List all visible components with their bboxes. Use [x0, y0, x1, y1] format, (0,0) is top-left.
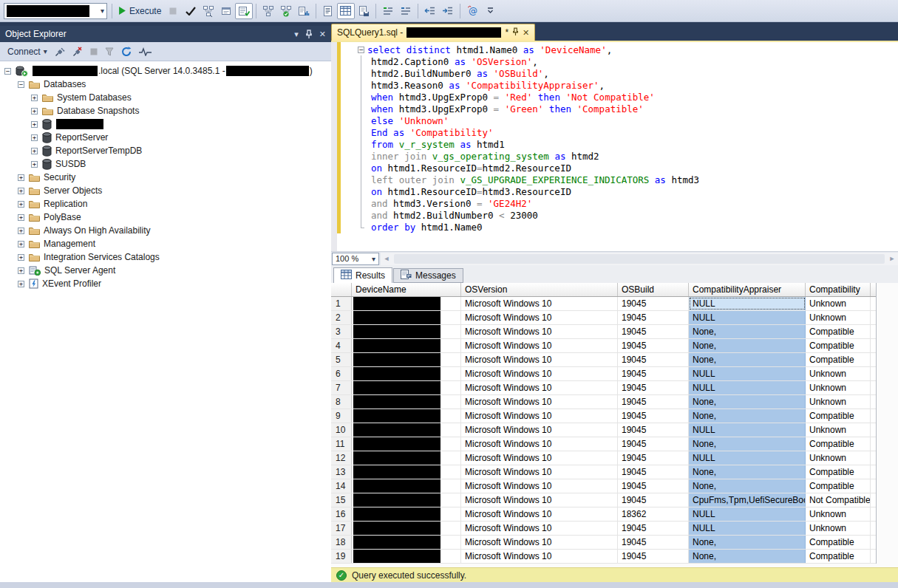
tree-item[interactable]: −.local (SQL Server 14.0.3485.1 - ) [0, 64, 331, 78]
cell-osversion[interactable]: Microsoft Windows 10 [461, 437, 618, 451]
include-actual-plan-button[interactable] [259, 3, 277, 19]
expand-icon[interactable]: + [31, 121, 38, 128]
cell-compatibility[interactable]: Compatible [806, 550, 871, 563]
parse-query-button[interactable] [182, 3, 200, 19]
cell-osbuild[interactable]: 19045 [618, 367, 689, 380]
expand-icon[interactable]: + [31, 134, 38, 141]
cell-devicename-redacted[interactable] [352, 536, 461, 549]
scrollbar-thumb[interactable] [394, 254, 885, 264]
cell-devicename-redacted[interactable] [352, 297, 461, 310]
tree-item[interactable]: +SUSDB [0, 157, 331, 171]
database-selector-combo[interactable]: ▾ [4, 3, 107, 19]
intellisense-toggle[interactable] [235, 3, 253, 19]
row-number[interactable]: 2 [331, 311, 352, 324]
expand-icon[interactable]: + [18, 174, 24, 181]
cell-compatibilityappraiser[interactable]: NULL [689, 311, 806, 324]
cell-compatibilityappraiser[interactable]: None, [689, 465, 806, 479]
column-header-osbuild[interactable]: OSBuild [618, 283, 689, 296]
cell-devicename-redacted[interactable] [352, 395, 461, 408]
code-line[interactable]: when htmd3.UpgExProp0 = 'Green' then 'Co… [358, 103, 898, 115]
cell-devicename-redacted[interactable] [352, 550, 461, 563]
cell-devicename-redacted[interactable] [352, 325, 461, 338]
cell-osversion[interactable]: Microsoft Windows 10 [461, 522, 618, 535]
cell-devicename-redacted[interactable] [352, 367, 461, 380]
cell-compatibility[interactable]: Unknown [806, 423, 871, 437]
code-line[interactable]: −select distinct htmd1.Name0 as 'DeviceN… [358, 44, 898, 56]
sql-code[interactable]: −select distinct htmd1.Name0 as 'DeviceN… [341, 42, 898, 251]
horizontal-scrollbar[interactable]: ◄ ► [381, 253, 898, 265]
code-line[interactable]: on htmd1.ResourceID=htmd3.ResourceID [358, 186, 898, 198]
close-icon[interactable]: ✕ [523, 28, 529, 38]
cell-osversion[interactable]: Microsoft Windows 10 [461, 381, 618, 394]
cell-osversion[interactable]: Microsoft Windows 10 [461, 423, 618, 437]
code-line[interactable]: left outer join v_GS_UPGRADE_EXPERIENCE_… [358, 174, 898, 186]
template-parameters-button[interactable]: @ [463, 3, 481, 19]
tree-item[interactable]: +SQL Server Agent [0, 264, 331, 277]
row-number[interactable]: 17 [331, 522, 352, 535]
activity-monitor-button[interactable] [136, 44, 154, 59]
connect-plug-button[interactable] [52, 44, 68, 59]
cell-compatibilityappraiser[interactable]: NULL [689, 507, 806, 521]
cell-osbuild[interactable]: 19045 [618, 311, 689, 324]
collapse-icon[interactable]: − [4, 68, 11, 75]
cell-compatibilityappraiser[interactable]: None, [689, 339, 806, 352]
cell-osversion[interactable]: Microsoft Windows 10 [461, 395, 618, 408]
results-to-text-button[interactable] [319, 3, 337, 19]
column-header-compatibility[interactable]: Compatibility [806, 283, 871, 296]
cell-devicename-redacted[interactable] [352, 507, 461, 521]
cell-devicename-redacted[interactable] [352, 409, 461, 423]
tree-item[interactable]: +PolyBase [0, 211, 331, 224]
tree-item[interactable]: +Management [0, 237, 331, 250]
row-number[interactable]: 7 [331, 381, 352, 394]
cell-osversion[interactable]: Microsoft Windows 10 [461, 479, 618, 493]
cell-compatibilityappraiser[interactable]: None, [689, 409, 806, 423]
cell-compatibility[interactable]: Unknown [806, 395, 871, 408]
cell-devicename-redacted[interactable] [352, 451, 461, 465]
code-line[interactable]: order by htmd1.Name0 [358, 222, 898, 233]
row-number[interactable]: 19 [331, 550, 352, 563]
row-number[interactable]: 8 [331, 395, 352, 408]
code-line[interactable]: inner join v_gs_operating_system as htmd… [358, 151, 898, 163]
cell-compatibility[interactable]: Unknown [806, 381, 871, 394]
column-header-compatibilityappraiser[interactable]: CompatibilityAppraiser [689, 283, 806, 296]
expand-icon[interactable]: + [18, 228, 24, 234]
cell-compatibilityappraiser[interactable]: None, [689, 550, 806, 563]
cell-osversion[interactable]: Microsoft Windows 10 [461, 493, 618, 507]
tree-item[interactable]: +XEvent Profiler [0, 277, 331, 290]
cell-osbuild[interactable]: 19045 [618, 493, 689, 507]
cell-devicename-redacted[interactable] [352, 339, 461, 352]
stop-button[interactable] [87, 44, 101, 59]
cell-compatibility[interactable]: Compatible [806, 437, 871, 451]
tree-item[interactable]: +Integration Services Catalogs [0, 250, 331, 264]
cell-devicename-redacted[interactable] [352, 423, 461, 437]
cell-devicename-redacted[interactable] [352, 479, 461, 493]
tree-item[interactable]: +Database Snapshots [0, 104, 331, 117]
cell-compatibility[interactable]: Compatible [806, 325, 871, 338]
refresh-button[interactable] [118, 44, 135, 59]
tree-item[interactable]: +ReportServerTempDB [0, 144, 331, 157]
expand-icon[interactable]: + [18, 254, 24, 261]
cell-osbuild[interactable]: 19045 [618, 465, 689, 479]
row-number[interactable]: 5 [331, 353, 352, 366]
increase-indent-button[interactable] [439, 3, 457, 19]
expand-icon[interactable]: + [18, 267, 24, 274]
cell-compatibilityappraiser[interactable]: NULL [689, 522, 806, 535]
code-line[interactable]: and htmd3.Version0 = 'GE24H2' [358, 198, 898, 210]
row-number[interactable]: 3 [331, 325, 352, 338]
cell-osversion[interactable]: Microsoft Windows 10 [461, 507, 618, 521]
tab-sqlquery1[interactable]: SQLQuery1.sql - * ✕ [331, 24, 535, 41]
expand-icon[interactable]: + [18, 214, 24, 221]
cell-osbuild[interactable]: 18362 [618, 507, 689, 521]
query-options-button[interactable] [217, 3, 235, 19]
row-number[interactable]: 13 [331, 465, 352, 479]
window-position-icon[interactable]: ▾ [294, 30, 299, 39]
code-line[interactable]: htmd2.BuildNumber0 as 'OSBuild', [358, 68, 898, 80]
row-number[interactable]: 4 [331, 339, 352, 352]
cell-osbuild[interactable]: 19045 [618, 409, 689, 423]
row-number[interactable]: 16 [331, 507, 352, 521]
cell-osbuild[interactable]: 19045 [618, 353, 689, 366]
cell-compatibilityappraiser[interactable]: NULL [689, 367, 806, 380]
row-number[interactable]: 9 [331, 409, 352, 423]
expand-icon[interactable]: + [18, 188, 24, 194]
cell-osbuild[interactable]: 19045 [618, 479, 689, 493]
